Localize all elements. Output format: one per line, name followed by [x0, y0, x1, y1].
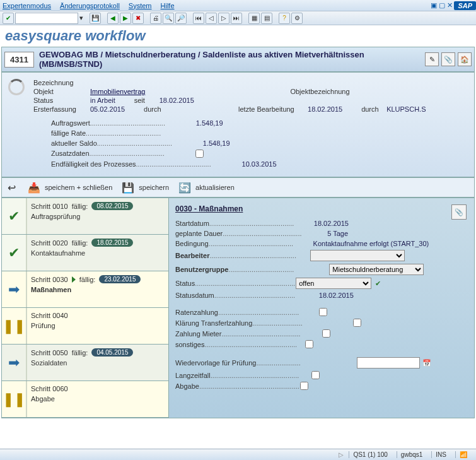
lbl-sonstiges: sonstiges — [175, 341, 204, 348]
step-faellig-label: fällig: — [79, 276, 96, 283]
tb-prev-icon[interactable]: ◁ — [206, 13, 217, 24]
lbl-abgabe: Abgabe — [175, 382, 199, 390]
transfer-checkbox[interactable] — [353, 319, 361, 327]
tb-save-icon[interactable]: 💾 — [90, 13, 101, 24]
step-number: Schritt 0060 — [31, 385, 68, 392]
lbl-zahlung-mieter: Zahlung Mieter — [175, 330, 221, 338]
refresh-label: aktualisieren — [195, 184, 235, 191]
dropdown-icon[interactable]: ▾ — [79, 14, 83, 22]
tb-print-icon[interactable]: 🖨 — [150, 13, 161, 24]
info-row-value: 10.03.2015 — [242, 160, 277, 168]
save-close-button[interactable]: 📥speichern + schließen — [27, 180, 112, 194]
ratenzahlung-checkbox[interactable] — [319, 308, 327, 316]
details-panel: 📎 0030 - Maßnahmen Startdatum ..........… — [169, 198, 474, 418]
statusdatum: 18.02.2015 — [319, 292, 354, 299]
nav-back-button[interactable]: ↩ — [4, 180, 18, 194]
status-value: in Arbeit — [90, 97, 115, 104]
lbl-benutzergruppe: Benutzergruppe — [175, 266, 228, 273]
wiedervorlage-input[interactable] — [357, 357, 420, 369]
tb-settings-icon[interactable]: ⚙ — [291, 13, 303, 24]
tb-cancel-icon[interactable]: ✖ — [132, 13, 144, 24]
step-date-badge: 18.02.2015 — [91, 239, 133, 247]
sb-ins: INS — [431, 451, 450, 458]
menu-system[interactable]: System — [129, 2, 152, 9]
dauer: 5 Tage — [327, 230, 348, 237]
sonstiges-checkbox[interactable] — [305, 340, 313, 348]
calendar-icon[interactable]: 📅 — [422, 359, 431, 367]
play-icon — [72, 276, 76, 283]
step-name: Prüfung — [31, 322, 165, 329]
step-faellig-label: fällig: — [72, 203, 88, 210]
bedingung: Kontaktaufnahme erfolgt (START_30) — [313, 240, 429, 247]
lbl-startdatum: Startdatum — [175, 220, 209, 227]
sap-logo: SAP — [454, 1, 476, 10]
lbl-statusdatum: Statusdatum — [175, 292, 214, 299]
lbl-bedingung: Bedingung — [175, 240, 209, 247]
case-id: 4311 — [4, 52, 34, 68]
window-controls-icon[interactable]: ▣ ▢ ✕ — [431, 1, 453, 9]
tb-next-icon[interactable]: ▷ — [218, 13, 229, 24]
arrow-back-icon: ↩ — [4, 180, 18, 194]
step-item[interactable]: ❚❚Schritt 0060Abgabe — [2, 381, 168, 418]
step-item[interactable]: ➡Schritt 0030fällig:23.02.2015Maßnahmen — [2, 271, 168, 308]
menu-expertenmodus[interactable]: Expertenmodus — [3, 2, 51, 9]
step-item[interactable]: ❚❚Schritt 0040Prüfung — [2, 308, 168, 345]
tb-back-icon[interactable]: ◀ — [107, 13, 119, 24]
erf-durch — [169, 105, 219, 113]
langzeitfall-checkbox[interactable] — [311, 371, 320, 379]
mieter-checkbox[interactable] — [322, 329, 330, 338]
abgabe-checkbox[interactable] — [300, 382, 308, 390]
info-row-label: fällige Rate — [51, 129, 86, 137]
zusatzdaten-checkbox[interactable] — [195, 150, 204, 158]
info-row-label: Zusatzdaten — [51, 150, 90, 158]
lbl-durch2: durch — [361, 105, 386, 113]
disk-icon: 💾 — [121, 180, 135, 194]
attachment-icon[interactable]: 📎 — [451, 204, 467, 220]
tb-fwd-icon[interactable]: ▶ — [120, 13, 131, 24]
bearbeiter-select[interactable] — [310, 250, 405, 261]
content: ✔Schritt 0010fällig:08.02.2015Auftragspr… — [1, 198, 475, 418]
tb-ok-icon[interactable]: ✔ — [3, 13, 14, 24]
tb-findnext-icon[interactable]: 🔎 — [175, 13, 187, 24]
letzte-value: 18.02.2015 — [308, 105, 342, 113]
sb-tri-icon[interactable]: ▷ — [339, 451, 344, 458]
gruppe-select[interactable]: Mietschuldnerberatung — [329, 264, 424, 275]
objekt-link[interactable]: Immobilienvertrag — [90, 88, 145, 95]
status-ok-icon[interactable] — [375, 280, 381, 288]
step-date-badge: 04.05.2015 — [91, 348, 133, 357]
tb-find-icon[interactable]: 🔍 — [163, 13, 174, 24]
tb-first-icon[interactable]: ⏮ — [193, 13, 204, 24]
tb-last-icon[interactable]: ⏭ — [231, 13, 242, 24]
step-item[interactable]: ✔Schritt 0010fällig:08.02.2015Auftragspr… — [2, 198, 168, 235]
tb-new-icon[interactable]: ▦ — [248, 13, 260, 24]
step-item[interactable]: ✔Schritt 0020fällig:18.02.2015Kontaktauf… — [2, 235, 168, 271]
home-icon[interactable]: 🏠 — [458, 52, 472, 66]
edit-icon[interactable]: ✎ — [425, 52, 439, 66]
tb-layout-icon[interactable]: ▤ — [261, 13, 272, 24]
lbl-bezeichnung: Bezeichnung — [33, 79, 90, 86]
status-select[interactable]: offen — [296, 278, 371, 289]
step-date-badge: 08.02.2015 — [91, 202, 133, 210]
step-item[interactable]: ➡Schritt 0050fällig:04.05.2015Sozialdate… — [2, 345, 168, 381]
info-row-label: Auftragswert — [51, 119, 90, 127]
step-date-badge: 23.02.2015 — [99, 275, 141, 283]
lbl-seit: seit — [134, 97, 160, 104]
menu-hilfe[interactable]: Hilfe — [161, 2, 175, 9]
lbl-ratenzahlung: Ratenzahlung — [175, 309, 218, 316]
toolbar: ✔ ▾ 💾 ◀ ▶ ✖ 🖨 🔍 🔎 ⏮ ◁ ▷ ⏭ ▦ ▤ ? ⚙ — [0, 11, 476, 25]
sb-system: QS1 (1) 100 — [349, 451, 391, 458]
step-faellig-label: fällig: — [72, 239, 88, 247]
save-button[interactable]: 💾speichern — [121, 180, 169, 194]
step-name: Abgabe — [31, 395, 165, 403]
attachment-icon[interactable]: 📎 — [441, 52, 455, 66]
details-title: 0030 - Maßnahmen — [175, 204, 468, 213]
info-row-label: aktueller Saldo — [51, 139, 97, 147]
tb-command-input[interactable] — [15, 13, 78, 24]
spinner-icon — [8, 79, 25, 95]
refresh-icon: 🔄 — [178, 180, 192, 194]
save-close-label: speichern + schließen — [45, 184, 112, 191]
tb-help-icon[interactable]: ? — [279, 13, 290, 24]
menu-aenderungsprotokoll[interactable]: Änderungsprotokoll — [60, 2, 120, 9]
lbl-letzte: letzte Bearbeitung — [238, 105, 308, 113]
refresh-button[interactable]: 🔄aktualisieren — [178, 180, 235, 194]
